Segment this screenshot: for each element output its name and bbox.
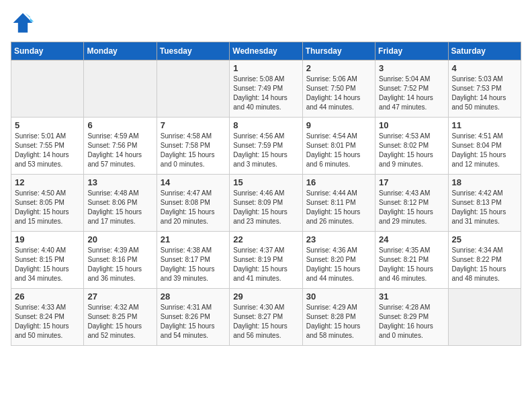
day-info: Sunrise: 4:34 AM Sunset: 8:22 PM Dayligh… (452, 246, 517, 283)
day-number: 5 (15, 120, 80, 130)
logo (11, 11, 38, 35)
calendar-cell: 1Sunrise: 5:08 AM Sunset: 7:49 PM Daylig… (230, 60, 302, 118)
week-row-5: 26Sunrise: 4:33 AM Sunset: 8:24 PM Dayli… (11, 289, 521, 346)
day-info: Sunrise: 4:48 AM Sunset: 8:06 PM Dayligh… (87, 189, 152, 226)
calendar-cell: 22Sunrise: 4:37 AM Sunset: 8:19 PM Dayli… (230, 232, 302, 289)
day-info: Sunrise: 5:04 AM Sunset: 7:52 PM Dayligh… (379, 75, 444, 112)
header-day-saturday: Saturday (448, 42, 521, 60)
day-number: 4 (452, 63, 517, 73)
day-number: 21 (161, 234, 226, 244)
day-info: Sunrise: 4:29 AM Sunset: 8:28 PM Dayligh… (306, 303, 371, 340)
calendar-cell: 11Sunrise: 4:51 AM Sunset: 8:04 PM Dayli… (448, 118, 521, 175)
day-number: 29 (233, 291, 298, 302)
calendar-cell: 8Sunrise: 4:56 AM Sunset: 7:59 PM Daylig… (230, 118, 302, 175)
day-number: 6 (87, 120, 152, 130)
day-number: 19 (15, 234, 80, 244)
calendar-cell: 5Sunrise: 5:01 AM Sunset: 7:55 PM Daylig… (11, 118, 84, 175)
calendar-cell (84, 60, 157, 118)
calendar-cell: 27Sunrise: 4:32 AM Sunset: 8:25 PM Dayli… (84, 289, 157, 346)
header-row: SundayMondayTuesdayWednesdayThursdayFrid… (11, 42, 521, 60)
day-number: 24 (379, 234, 444, 244)
day-info: Sunrise: 4:54 AM Sunset: 8:01 PM Dayligh… (306, 132, 371, 169)
day-number: 15 (233, 177, 298, 187)
day-number: 3 (379, 63, 444, 73)
day-info: Sunrise: 4:37 AM Sunset: 8:19 PM Dayligh… (233, 246, 298, 283)
day-info: Sunrise: 5:03 AM Sunset: 7:53 PM Dayligh… (452, 75, 517, 112)
day-number: 1 (233, 63, 298, 73)
day-info: Sunrise: 4:56 AM Sunset: 7:59 PM Dayligh… (233, 132, 298, 169)
day-info: Sunrise: 4:30 AM Sunset: 8:27 PM Dayligh… (233, 303, 298, 340)
day-info: Sunrise: 4:31 AM Sunset: 8:26 PM Dayligh… (161, 303, 226, 340)
day-info: Sunrise: 4:51 AM Sunset: 8:04 PM Dayligh… (452, 132, 517, 169)
day-number: 23 (306, 234, 371, 244)
page-header (11, 11, 521, 35)
day-info: Sunrise: 4:39 AM Sunset: 8:16 PM Dayligh… (87, 246, 152, 283)
day-number: 14 (161, 177, 226, 187)
day-number: 13 (87, 177, 152, 187)
day-info: Sunrise: 5:01 AM Sunset: 7:55 PM Dayligh… (15, 132, 80, 169)
week-row-1: 1Sunrise: 5:08 AM Sunset: 7:49 PM Daylig… (11, 60, 521, 118)
day-info: Sunrise: 4:59 AM Sunset: 7:56 PM Dayligh… (87, 132, 152, 169)
calendar-cell: 21Sunrise: 4:38 AM Sunset: 8:17 PM Dayli… (157, 232, 229, 289)
calendar-cell: 4Sunrise: 5:03 AM Sunset: 7:53 PM Daylig… (448, 60, 521, 118)
day-number: 31 (379, 291, 444, 302)
day-number: 16 (306, 177, 371, 187)
day-number: 22 (233, 234, 298, 244)
week-row-4: 19Sunrise: 4:40 AM Sunset: 8:15 PM Dayli… (11, 232, 521, 289)
calendar-cell: 7Sunrise: 4:58 AM Sunset: 7:58 PM Daylig… (157, 118, 229, 175)
calendar-cell: 13Sunrise: 4:48 AM Sunset: 8:06 PM Dayli… (84, 175, 157, 232)
calendar-body: 1Sunrise: 5:08 AM Sunset: 7:49 PM Daylig… (11, 60, 521, 346)
calendar-cell: 9Sunrise: 4:54 AM Sunset: 8:01 PM Daylig… (302, 118, 375, 175)
day-number: 8 (233, 120, 298, 130)
day-info: Sunrise: 4:46 AM Sunset: 8:09 PM Dayligh… (233, 189, 298, 226)
day-info: Sunrise: 4:50 AM Sunset: 8:05 PM Dayligh… (15, 189, 80, 226)
day-number: 27 (87, 291, 152, 302)
day-info: Sunrise: 4:42 AM Sunset: 8:13 PM Dayligh… (452, 189, 517, 226)
calendar-cell: 2Sunrise: 5:06 AM Sunset: 7:50 PM Daylig… (302, 60, 375, 118)
day-number: 10 (379, 120, 444, 130)
svg-marker-0 (13, 13, 33, 33)
day-number: 11 (452, 120, 517, 130)
calendar-cell: 23Sunrise: 4:36 AM Sunset: 8:20 PM Dayli… (302, 232, 375, 289)
week-row-2: 5Sunrise: 5:01 AM Sunset: 7:55 PM Daylig… (11, 118, 521, 175)
calendar-cell: 3Sunrise: 5:04 AM Sunset: 7:52 PM Daylig… (375, 60, 448, 118)
day-info: Sunrise: 4:58 AM Sunset: 7:58 PM Dayligh… (161, 132, 226, 169)
calendar-cell: 12Sunrise: 4:50 AM Sunset: 8:05 PM Dayli… (11, 175, 84, 232)
day-number: 17 (379, 177, 444, 187)
calendar-cell: 19Sunrise: 4:40 AM Sunset: 8:15 PM Dayli… (11, 232, 84, 289)
day-info: Sunrise: 4:35 AM Sunset: 8:21 PM Dayligh… (379, 246, 444, 283)
day-info: Sunrise: 4:36 AM Sunset: 8:20 PM Dayligh… (306, 246, 371, 283)
day-info: Sunrise: 4:38 AM Sunset: 8:17 PM Dayligh… (161, 246, 226, 283)
day-info: Sunrise: 5:06 AM Sunset: 7:50 PM Dayligh… (306, 75, 371, 112)
day-info: Sunrise: 4:32 AM Sunset: 8:25 PM Dayligh… (87, 303, 152, 340)
day-info: Sunrise: 4:33 AM Sunset: 8:24 PM Dayligh… (15, 303, 80, 340)
day-info: Sunrise: 4:44 AM Sunset: 8:11 PM Dayligh… (306, 189, 371, 226)
day-number: 30 (306, 291, 371, 302)
day-info: Sunrise: 4:47 AM Sunset: 8:08 PM Dayligh… (161, 189, 226, 226)
day-info: Sunrise: 5:08 AM Sunset: 7:49 PM Dayligh… (233, 75, 298, 112)
calendar-cell: 20Sunrise: 4:39 AM Sunset: 8:16 PM Dayli… (84, 232, 157, 289)
calendar-cell: 17Sunrise: 4:43 AM Sunset: 8:12 PM Dayli… (375, 175, 448, 232)
calendar-cell: 30Sunrise: 4:29 AM Sunset: 8:28 PM Dayli… (302, 289, 375, 346)
header-day-sunday: Sunday (11, 42, 84, 60)
header-day-tuesday: Tuesday (157, 42, 229, 60)
logo-icon (11, 11, 35, 35)
day-number: 7 (161, 120, 226, 130)
day-number: 20 (87, 234, 152, 244)
calendar-table: SundayMondayTuesdayWednesdayThursdayFrid… (11, 42, 521, 346)
header-day-thursday: Thursday (302, 42, 375, 60)
day-number: 12 (15, 177, 80, 187)
calendar-cell: 6Sunrise: 4:59 AM Sunset: 7:56 PM Daylig… (84, 118, 157, 175)
calendar-cell: 31Sunrise: 4:28 AM Sunset: 8:29 PM Dayli… (375, 289, 448, 346)
calendar-cell: 14Sunrise: 4:47 AM Sunset: 8:08 PM Dayli… (157, 175, 229, 232)
day-info: Sunrise: 4:53 AM Sunset: 8:02 PM Dayligh… (379, 132, 444, 169)
calendar-cell: 15Sunrise: 4:46 AM Sunset: 8:09 PM Dayli… (230, 175, 302, 232)
calendar-cell: 24Sunrise: 4:35 AM Sunset: 8:21 PM Dayli… (375, 232, 448, 289)
day-number: 9 (306, 120, 371, 130)
day-number: 18 (452, 177, 517, 187)
calendar-cell (11, 60, 84, 118)
header-day-monday: Monday (84, 42, 157, 60)
calendar-cell: 26Sunrise: 4:33 AM Sunset: 8:24 PM Dayli… (11, 289, 84, 346)
calendar-cell: 29Sunrise: 4:30 AM Sunset: 8:27 PM Dayli… (230, 289, 302, 346)
day-number: 2 (306, 63, 371, 73)
